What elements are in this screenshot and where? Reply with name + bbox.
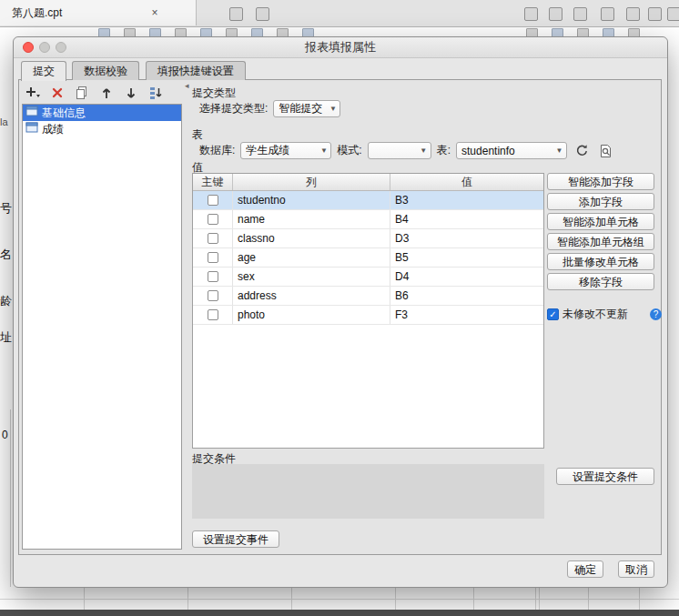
column-name: photo: [233, 306, 390, 324]
column-name: sex: [233, 268, 390, 286]
refresh-icon[interactable]: [573, 142, 591, 159]
help-icon[interactable]: ?: [650, 308, 662, 320]
cell-value: B5: [390, 248, 543, 267]
submit-type-select-label: 选择提交类型:: [199, 101, 268, 116]
split-pane-divider[interactable]: ◂: [185, 80, 190, 554]
toolbar-icon[interactable]: [229, 7, 243, 21]
cell-value: D4: [390, 268, 543, 286]
table-row[interactable]: address B6: [193, 287, 543, 306]
set-condition-button[interactable]: 设置提交条件: [556, 468, 654, 485]
chevron-down-icon: ▼: [417, 146, 431, 155]
no-update-row: ✓ 未修改不更新 ?: [547, 307, 662, 322]
primary-key-checkbox[interactable]: [208, 290, 218, 301]
submit-condition-area: [192, 464, 544, 519]
batch-modify-cell-button[interactable]: 批量修改单元格: [547, 253, 654, 270]
header-primary-key[interactable]: 主键: [193, 174, 233, 190]
submit-type-value: 智能提交: [279, 101, 322, 116]
table-header: 主键 列 值: [193, 174, 543, 191]
submit-type-row: 选择提交类型: 智能提交 ▼: [199, 100, 340, 117]
move-down-icon[interactable]: [123, 85, 139, 101]
toolbar-icon[interactable]: [256, 7, 269, 21]
column-name: address: [233, 287, 390, 305]
toolbar-menu-icon[interactable]: [667, 7, 679, 21]
add-field-button[interactable]: 添加字段: [547, 193, 654, 210]
tab-submit[interactable]: 提交: [21, 61, 66, 81]
table-row[interactable]: photo F3: [193, 306, 543, 325]
cancel-button[interactable]: 取消: [618, 560, 654, 578]
header-column[interactable]: 列: [233, 174, 390, 190]
primary-key-checkbox[interactable]: [208, 214, 218, 225]
move-up-icon[interactable]: [98, 85, 115, 101]
table-dropdown[interactable]: studentinfo ▼: [456, 142, 567, 159]
column-name: age: [233, 248, 390, 267]
header-value[interactable]: 值: [390, 174, 543, 190]
preview-table-icon[interactable]: [596, 142, 614, 159]
table-row[interactable]: studentno B3: [193, 191, 543, 210]
toolbar-icon[interactable]: [549, 7, 562, 21]
row-label: 址: [0, 329, 13, 346]
submit-type-dropdown[interactable]: 智能提交 ▼: [273, 100, 340, 117]
smart-add-field-button[interactable]: 智能添加字段: [547, 173, 654, 190]
row-label: la: [0, 116, 13, 127]
delete-icon[interactable]: [49, 85, 66, 101]
dialog-tabs: 提交 数据校验 填报快捷键设置: [21, 61, 248, 80]
close-window-button[interactable]: [23, 42, 34, 53]
list-item-basic-info[interactable]: 基础信息: [23, 105, 181, 121]
schema-dropdown[interactable]: ▼: [368, 142, 431, 159]
table-select-row: 数据库: 学生成绩 ▼ 模式: ▼ 表: studentinfo ▼: [199, 142, 614, 159]
cell-value: F3: [390, 306, 543, 324]
report-block-icon: [25, 121, 38, 137]
toolbar-overflow-icon[interactable]: [648, 7, 662, 21]
primary-key-checkbox[interactable]: [208, 195, 218, 206]
report-block-icon: [25, 105, 38, 121]
file-tab[interactable]: 第八题.cpt ×: [0, 0, 197, 25]
status-bar: [0, 610, 679, 616]
primary-key-checkbox[interactable]: [208, 233, 218, 244]
primary-key-checkbox[interactable]: [208, 271, 218, 282]
primary-key-checkbox[interactable]: [208, 252, 218, 263]
field-mapping-table: 主键 列 值 studentno B3 name B4 classno: [192, 173, 544, 449]
check-icon: ✓: [549, 309, 556, 319]
dialog-title-bar[interactable]: 报表填报属性: [14, 37, 667, 58]
smart-add-cell-group-button[interactable]: 智能添加单元格组: [547, 233, 654, 250]
primary-key-checkbox[interactable]: [208, 309, 218, 320]
chevron-down-icon: ▼: [317, 146, 330, 155]
toolbar-icon[interactable]: [626, 7, 640, 21]
toolbar-icon[interactable]: [573, 7, 587, 21]
cell-value: B6: [390, 287, 543, 305]
remove-field-button[interactable]: 移除字段: [547, 273, 654, 290]
no-update-checkbox[interactable]: ✓: [547, 308, 559, 320]
column-name: studentno: [233, 191, 390, 209]
tab-shortcut-settings[interactable]: 填报快捷键设置: [146, 61, 246, 80]
adjust-order-icon[interactable]: [147, 85, 164, 101]
set-submit-event-button[interactable]: 设置提交事件: [192, 530, 279, 548]
submit-tab-panel: 基础信息 成绩 ◂ 提交类型 选择提交类型: 智能提交 ▼: [18, 79, 662, 555]
list-item-score[interactable]: 成绩: [23, 121, 181, 137]
column-name: classno: [233, 229, 390, 247]
smart-add-cell-button[interactable]: 智能添加单元格: [547, 213, 654, 230]
no-update-label: 未修改不更新: [562, 307, 628, 322]
column-name: name: [233, 210, 390, 228]
chevron-down-icon: ▼: [552, 146, 566, 155]
row-label: 名: [0, 247, 13, 263]
field-action-buttons: 智能添加字段 添加字段 智能添加单元格 智能添加单元格组 批量修改单元格 移除字…: [547, 173, 654, 290]
zoom-window-button: [56, 42, 66, 53]
table-row[interactable]: name B4: [193, 210, 543, 229]
list-item-label: 基础信息: [42, 105, 86, 121]
background-row-header-strip: la 号 名 龄 址 0: [0, 27, 13, 616]
toolbar-icon[interactable]: [524, 7, 538, 21]
collapse-divider-icon[interactable]: ◂: [185, 82, 189, 90]
add-icon[interactable]: [25, 85, 41, 101]
tab-data-validation[interactable]: 数据校验: [72, 61, 139, 80]
background-tab-bar: 第八题.cpt ×: [0, 0, 679, 27]
ok-button[interactable]: 确定: [567, 560, 603, 578]
table-row[interactable]: sex D4: [193, 268, 543, 287]
copy-icon[interactable]: [74, 85, 90, 101]
toolbar-icon[interactable]: [601, 7, 614, 21]
database-dropdown[interactable]: 学生成绩 ▼: [240, 142, 331, 159]
tab-close-icon[interactable]: ×: [146, 0, 164, 25]
table-row[interactable]: age B5: [193, 248, 543, 268]
screen: 第八题.cpt × la 号 名 龄 址 0: [0, 0, 679, 616]
table-label: 表:: [437, 143, 451, 158]
table-row[interactable]: classno D3: [193, 229, 543, 248]
